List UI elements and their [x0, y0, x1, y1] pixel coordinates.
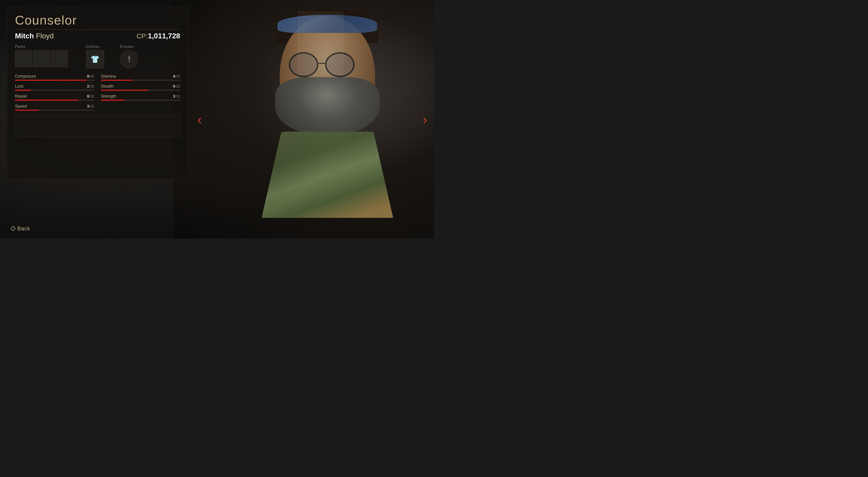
stat-row-stealth: Stealth 6/10: [101, 84, 180, 91]
stat-header-speed: Speed 3/10: [15, 104, 94, 109]
stat-bar-bg-strength: [101, 100, 180, 101]
perk-slots: [15, 50, 68, 67]
description-box: [15, 115, 180, 137]
stat-name-strength: Strength: [101, 94, 116, 99]
clothes-icon[interactable]: 👕: [86, 50, 104, 68]
nav-arrow-left[interactable]: ‹: [197, 112, 202, 127]
stat-value-composure: 9/10: [87, 74, 94, 79]
stat-row-empty-right: [101, 104, 180, 111]
stat-value-speed: 3/10: [87, 105, 94, 109]
cp-value: 1,011,728: [148, 32, 180, 40]
character-last-name: Floyd: [36, 32, 54, 40]
stat-row-stamina: Stamina 4/10: [101, 74, 180, 81]
stat-bar-fill-speed: [15, 110, 39, 111]
nav-arrow-right[interactable]: ›: [423, 112, 427, 127]
stat-name-stamina: Stamina: [101, 74, 116, 79]
perks-label: Perks: [15, 45, 25, 49]
cp-label: CP:: [136, 32, 148, 40]
stat-name-repair: Repair: [15, 94, 27, 99]
stat-row-strength: Strength 3/10: [101, 94, 180, 101]
stat-value-luck: 2/10: [87, 84, 94, 89]
stat-bar-fill-luck: [15, 90, 31, 91]
clothes-group: Clothes 👕: [86, 45, 104, 68]
stat-value-stamina: 4/10: [173, 74, 180, 79]
cp-display: CP:1,011,728: [136, 32, 180, 40]
stat-bar-bg-repair: [15, 100, 94, 101]
stat-row-luck: Luck 2/10: [15, 84, 94, 91]
stat-bar-bg-luck: [15, 90, 94, 91]
stat-header-stamina: Stamina 4/10: [101, 74, 180, 79]
stat-header-stealth: Stealth 6/10: [101, 84, 180, 89]
stat-name-composure: Composure: [15, 74, 36, 79]
stat-header-strength: Strength 3/10: [101, 94, 180, 99]
perk-slot-3[interactable]: [51, 50, 68, 67]
stat-bar-fill-stealth: [101, 90, 148, 91]
icons-row: Perks Clothes 👕 Emotes 🕴: [15, 45, 180, 68]
emote-icon[interactable]: 🕴: [120, 50, 138, 68]
stat-value-strength: 3/10: [173, 94, 180, 98]
stat-row-composure: Composure 9/10: [15, 74, 94, 81]
back-label: Back: [17, 225, 30, 232]
perk-slot-2[interactable]: [33, 50, 50, 67]
stat-name-luck: Luck: [15, 84, 24, 89]
stat-value-stealth: 6/10: [173, 84, 180, 89]
emotes-group: Emotes 🕴: [120, 45, 138, 68]
stat-bar-bg-stamina: [101, 80, 180, 81]
page-title: Counselor: [15, 13, 180, 30]
stat-header-luck: Luck 2/10: [15, 84, 94, 89]
stat-bar-bg-speed: [15, 110, 94, 111]
diamond-icon: [11, 226, 16, 231]
window-light: [298, 11, 343, 75]
character-name: Mitch Floyd: [15, 32, 54, 40]
stat-header-repair: Repair 8/10: [15, 94, 94, 99]
main-panel: Counselor Mitch Floyd CP:1,011,728 Perks…: [7, 7, 188, 179]
stat-bar-fill-composure: [15, 80, 86, 81]
stat-bar-bg-composure: [15, 80, 94, 81]
back-button[interactable]: Back: [11, 225, 30, 232]
shirt-icon: 👕: [91, 55, 100, 63]
stat-bar-fill-repair: [15, 100, 78, 101]
perk-slot-1[interactable]: [15, 50, 32, 67]
stat-bar-fill-strength: [101, 100, 125, 101]
clothes-label: Clothes: [86, 45, 100, 49]
stat-header-composure: Composure 9/10: [15, 74, 94, 79]
perks-group: Perks: [15, 45, 68, 67]
character-name-row: Mitch Floyd CP:1,011,728: [15, 32, 180, 40]
stat-bar-bg-stealth: [101, 90, 180, 91]
stat-row-repair: Repair 8/10: [15, 94, 94, 101]
emote-figure-icon: 🕴: [125, 56, 133, 63]
stat-value-repair: 8/10: [87, 94, 94, 98]
character-first-name: Mitch: [15, 32, 34, 40]
stat-bar-fill-stamina: [101, 80, 133, 81]
stats-grid: Composure 9/10 Stamina 4/10 Luck 2/10: [15, 74, 180, 111]
stat-row-speed: Speed 3/10: [15, 104, 94, 111]
stat-name-stealth: Stealth: [101, 84, 114, 89]
emotes-label: Emotes: [120, 45, 134, 49]
stat-name-speed: Speed: [15, 104, 27, 109]
